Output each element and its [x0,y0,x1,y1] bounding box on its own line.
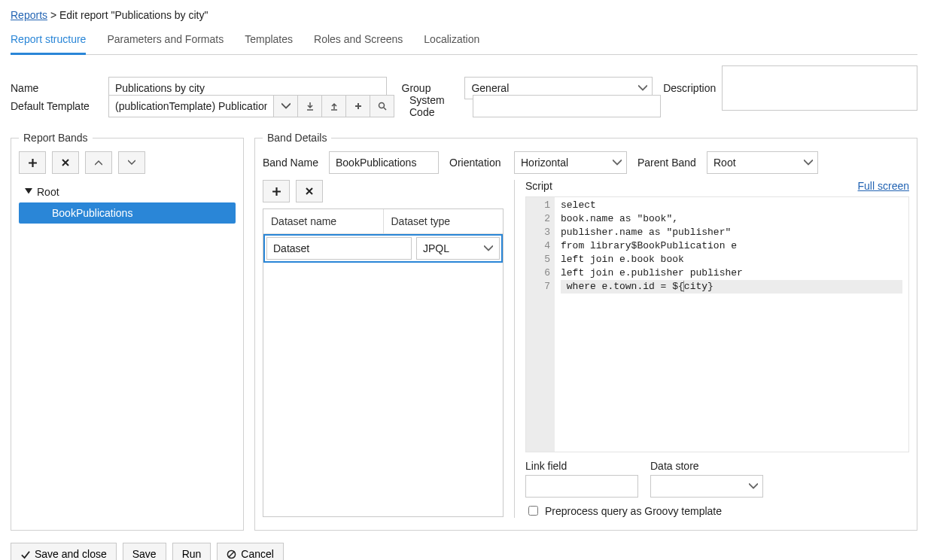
svg-point-0 [379,103,384,108]
template-add-button[interactable] [346,95,370,117]
group-label: Group [402,82,465,94]
tab-parameters-formats[interactable]: Parameters and Formats [107,29,224,55]
dataset-name-header: Dataset name [263,209,384,234]
data-store-label: Data store [650,460,763,472]
dataset-name-input[interactable] [266,237,412,260]
chevron-down-icon [804,158,813,167]
tree-node-bookpublications-label: BookPublications [52,207,132,219]
tab-report-structure[interactable]: Report structure [11,29,86,55]
band-name-input[interactable] [329,151,439,174]
link-field-input[interactable] [525,475,638,498]
editor-gutter: 1234567 [526,197,555,452]
band-details-legend: Band Details [263,132,331,144]
band-remove-button[interactable] [52,151,79,174]
tree-node-root-label: Root [37,186,59,198]
default-template-label: Default Template [11,100,108,112]
dataset-type-select[interactable]: JPQL [416,237,500,260]
script-label: Script [525,180,552,192]
band-add-button[interactable] [19,151,46,174]
cancel-button[interactable]: Cancel [217,543,284,560]
tree-node-bookpublications[interactable]: BookPublications [19,202,236,224]
chevron-down-icon [613,158,622,167]
save-button[interactable]: Save [123,543,166,560]
preprocess-label: Preprocess query as Groovy template [545,505,722,517]
parent-band-label: Parent Band [637,157,707,169]
tree-node-root[interactable]: Root [19,181,236,202]
breadcrumb: Reports > Edit report "Publications by c… [11,9,917,24]
orientation-label: Orientation [449,157,514,169]
template-search-button[interactable] [370,95,394,117]
chevron-down-icon [638,84,647,93]
dataset-type-header: Dataset type [384,209,504,234]
system-code-label: System Code [409,94,473,118]
dataset-remove-button[interactable] [296,180,323,202]
chevron-down-icon [749,482,758,491]
band-move-down-button[interactable] [118,151,145,174]
dataset-row[interactable]: JPQL [263,234,503,263]
editor-code[interactable]: selectbook.name as "book",publisher.name… [555,197,908,452]
orientation-select[interactable]: Horizontal [514,151,627,174]
dataset-add-button[interactable] [263,180,290,202]
run-button[interactable]: Run [172,543,211,560]
name-label: Name [11,82,108,94]
save-and-close-button[interactable]: Save and close [11,543,117,560]
breadcrumb-link-reports[interactable]: Reports [11,9,47,21]
parent-band-select[interactable]: Root [707,151,818,174]
tabs: Report structure Parameters and Formats … [11,29,917,55]
tab-localization[interactable]: Localization [424,29,479,55]
band-details-panel: Band Details Band Name Orientation Horiz… [254,132,917,531]
description-textarea[interactable] [722,65,917,111]
breadcrumb-trail: > Edit report "Publications by city" [50,9,208,21]
band-name-label: Band Name [263,157,329,169]
chevron-down-icon [484,244,493,253]
template-upload-button[interactable] [322,95,346,117]
report-bands-legend: Report Bands [19,132,93,144]
dataset-table-header: Dataset name Dataset type [263,209,503,234]
template-download-button[interactable] [298,95,322,117]
data-store-select[interactable] [650,475,763,498]
caret-down-icon [25,188,32,196]
group-select-value: General [471,82,509,94]
band-move-up-button[interactable] [85,151,112,174]
system-code-input[interactable] [473,95,661,117]
link-field-label: Link field [525,460,638,472]
script-editor[interactable]: 1234567 selectbook.name as "book",publis… [525,196,909,452]
default-template-input[interactable] [108,95,274,117]
preprocess-checkbox[interactable] [528,506,538,516]
description-label: Description [663,82,716,94]
template-dropdown-button[interactable] [274,95,298,117]
report-bands-panel: Report Bands Root BookPublications [11,132,244,531]
tab-roles-screens[interactable]: Roles and Screens [314,29,403,55]
tab-templates[interactable]: Templates [245,29,293,55]
full-screen-link[interactable]: Full screen [858,180,909,192]
default-template-field [108,95,394,117]
